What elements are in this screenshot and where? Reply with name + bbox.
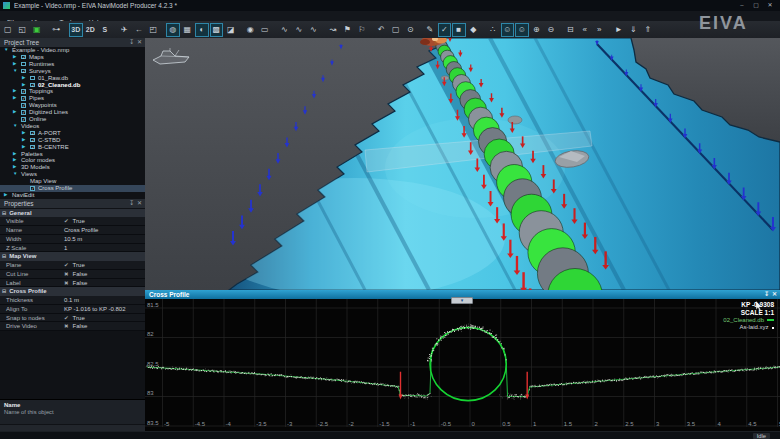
expand-arrow-icon[interactable]: ▶ <box>13 61 16 68</box>
tree-item-map-view[interactable]: Map View <box>0 178 145 185</box>
collapse-section-icon[interactable]: ⊟ <box>2 253 6 259</box>
vessel-view-button[interactable]: ✈ <box>118 23 132 37</box>
property-value[interactable]: Cross Profile <box>64 226 98 235</box>
property-value[interactable]: 10.5 m <box>64 235 82 244</box>
play-button[interactable]: ► <box>612 23 626 37</box>
new-project-button[interactable]: ▢ <box>1 23 15 37</box>
property-row-align-to[interactable]: Align ToKP -1.016 to KP -0.802 <box>0 305 145 314</box>
checkbox[interactable]: ✓ <box>21 69 26 74</box>
checkbox[interactable]: ✓ <box>21 103 26 108</box>
property-row-plane[interactable]: Plane✔True <box>0 261 145 270</box>
expand-arrow-icon[interactable]: ▶ <box>13 151 16 158</box>
checkbox[interactable]: ✓ <box>21 117 26 122</box>
property-row-drive-video[interactable]: Drive Video✖False <box>0 322 145 331</box>
expand-arrow-icon[interactable]: ▶ <box>4 192 7 199</box>
tree-item-3d-models[interactable]: ▶3D Models <box>0 164 145 171</box>
tree-item-views[interactable]: ▼Views <box>0 171 145 178</box>
property-value[interactable]: ✔True <box>64 217 85 226</box>
property-value[interactable]: 0.1 m <box>64 296 79 305</box>
tree-item-maps[interactable]: ▶✓Maps <box>0 54 145 61</box>
center-view-button[interactable]: ← <box>132 23 146 37</box>
pin-icon[interactable]: ↧ <box>129 38 134 47</box>
title-bar[interactable]: Example - Video.nmp - EIVA NaviModel Pro… <box>0 0 780 11</box>
tree-item-waypoints[interactable]: ✓Waypoints <box>0 102 145 109</box>
property-row-name[interactable]: NameCross Profile <box>0 226 145 235</box>
property-row-visible[interactable]: Visible✔True <box>0 217 145 226</box>
connect-button[interactable]: ⊶ <box>50 23 64 37</box>
property-row-snap-to-nodes[interactable]: Snap to nodes✔True <box>0 314 145 323</box>
profile-free-button[interactable]: ∿ <box>307 23 321 37</box>
tree-item-videos[interactable]: ▼Videos <box>0 123 145 130</box>
waypoint-button[interactable]: ⚑ <box>341 23 355 37</box>
profile-cross-button[interactable]: ∿ <box>292 23 306 37</box>
cross-profile-canvas[interactable]: 81.58282.58383.5-5-4.5-4-3.5-3-2.5-2-1.5… <box>145 299 780 431</box>
expand-arrow-icon[interactable]: ▶ <box>13 109 16 116</box>
open-project-button[interactable]: ◱ <box>16 23 30 37</box>
tree-item-pipes[interactable]: ▶✓Pipes <box>0 95 145 102</box>
smooth-accept-button[interactable]: ☺ <box>501 23 515 37</box>
tree-item-color-modes[interactable]: ▶Color modes <box>0 157 145 164</box>
target-button[interactable]: ⊙ <box>404 23 418 37</box>
point-cloud-button[interactable]: ∴ <box>486 23 500 37</box>
import-button[interactable]: ⇓ <box>627 23 641 37</box>
expand-arrow-icon[interactable]: ▶ <box>22 130 25 137</box>
close-button[interactable]: ✕ <box>763 0 777 10</box>
collapse-section-icon[interactable]: ⊟ <box>2 210 6 216</box>
tree-item-b-centre[interactable]: ▶✓B-CENTRE <box>0 144 145 151</box>
restore-button[interactable]: ▢ <box>749 0 763 10</box>
tree-item-02-cleaned-db[interactable]: ▶✓02_Cleaned.db <box>0 82 145 89</box>
collapse-arrow-icon[interactable]: ▼ <box>13 68 17 75</box>
grid-button[interactable]: ▦ <box>181 23 195 37</box>
property-row-z-scale[interactable]: Z Scale1 <box>0 244 145 253</box>
checkbox[interactable]: ✓ <box>30 83 35 88</box>
expand-arrow-icon[interactable]: ▶ <box>13 88 16 95</box>
property-section-map-view[interactable]: ⊟Map View <box>0 252 145 261</box>
digitize-button[interactable]: ✎ <box>423 23 437 37</box>
smooth-reject-button[interactable]: ☺ <box>515 23 529 37</box>
property-value[interactable]: 1 <box>64 244 67 253</box>
tree-item-naviedit[interactable]: ▶NaviEdit <box>0 192 145 199</box>
checkbox[interactable] <box>21 62 26 67</box>
add-points-button[interactable]: ⊕ <box>530 23 544 37</box>
property-row-label[interactable]: Label✖False <box>0 279 145 288</box>
step-forward-button[interactable]: » <box>593 23 607 37</box>
property-value[interactable]: ✖False <box>64 322 87 331</box>
checkbox[interactable] <box>30 76 35 81</box>
collapse-arrow-icon[interactable]: ▼ <box>13 123 17 130</box>
checkbox[interactable]: ✓ <box>21 55 26 60</box>
tree-item-online[interactable]: ✓Online <box>0 116 145 123</box>
expand-arrow-icon[interactable]: ▶ <box>13 157 16 164</box>
export-button[interactable]: ⇑ <box>641 23 655 37</box>
tree-item-palettes[interactable]: ▶Palettes <box>0 151 145 158</box>
tree-item-example-video-nmp[interactable]: ▼Example - Video.nmp <box>0 47 145 54</box>
cross-profile-chart[interactable]: 81.58282.58383.5-5-4.5-4-3.5-3-2.5-2-1.5… <box>145 299 780 431</box>
expand-arrow-icon[interactable]: ▶ <box>22 144 25 151</box>
expand-arrow-icon[interactable]: ▶ <box>22 82 25 89</box>
measure-button[interactable]: ▭ <box>258 23 272 37</box>
viewport-3d-canvas[interactable] <box>145 38 780 290</box>
tree-item-digitized-lines[interactable]: ▶✓Digitized Lines <box>0 109 145 116</box>
tree-item-surveys[interactable]: ▼✓Surveys <box>0 68 145 75</box>
zoom-extents-button[interactable]: ◰ <box>147 23 161 37</box>
property-value[interactable]: ✖False <box>64 279 87 288</box>
view-2d-button[interactable]: 2D <box>84 23 98 37</box>
snapshot-button[interactable]: ◉ <box>244 23 258 37</box>
checkbox[interactable]: ✓ <box>21 96 26 101</box>
mesh-button[interactable]: ▩ <box>210 23 224 37</box>
close-icon[interactable]: ✕ <box>137 38 142 47</box>
tree-item-01-raw-db[interactable]: ▶01_Raw.db <box>0 75 145 82</box>
pin-icon[interactable]: ↧ <box>764 290 769 299</box>
properties-header[interactable]: Properties ↧ ✕ <box>0 199 145 208</box>
checkbox[interactable]: ✓ <box>30 131 35 136</box>
tree-item-toppings[interactable]: ▶✓Toppings <box>0 88 145 95</box>
expand-arrow-icon[interactable]: ▶ <box>13 164 16 171</box>
expand-arrow-icon[interactable]: ▶ <box>13 95 16 102</box>
step-back-button[interactable]: « <box>578 23 592 37</box>
lighting-button[interactable]: ◍ <box>166 23 180 37</box>
block-edit-button[interactable]: ■ <box>452 23 466 37</box>
collapse-panel-button[interactable]: ▾ <box>451 297 473 304</box>
property-section-general[interactable]: ⊟General <box>0 209 145 218</box>
save-project-button[interactable]: ▣ <box>30 23 44 37</box>
fill-button[interactable]: ◆ <box>467 23 481 37</box>
checkbox[interactable]: ✓ <box>30 186 35 191</box>
